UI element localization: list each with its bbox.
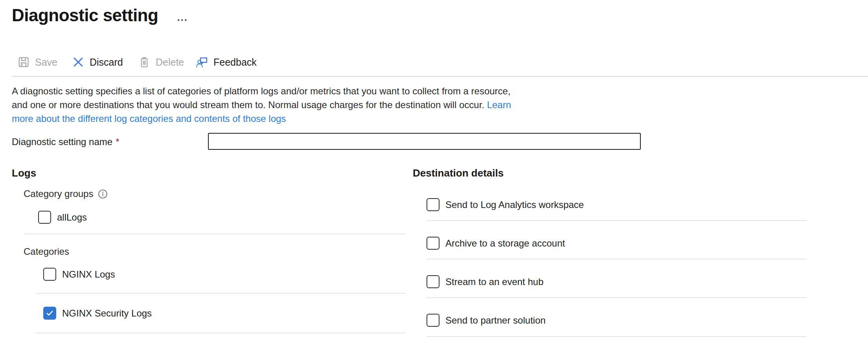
delete-button[interactable]: Delete <box>138 53 184 71</box>
archive-storage-checkbox[interactable] <box>427 237 440 250</box>
feedback-icon <box>196 56 208 68</box>
alllogs-row[interactable]: allLogs <box>38 211 87 224</box>
required-asterisk: * <box>116 136 119 147</box>
save-icon <box>17 56 30 68</box>
nginx-security-logs-label: NGINX Security Logs <box>62 308 152 319</box>
logs-divider <box>24 234 406 234</box>
categories-divider-1 <box>36 293 406 294</box>
send-partner-solution-label: Send to partner solution <box>445 315 546 326</box>
destination-divider-4 <box>427 336 807 337</box>
discard-button[interactable]: Discard <box>72 53 123 71</box>
nginx-security-logs-checkbox[interactable] <box>43 307 56 320</box>
destination-divider-3 <box>427 297 807 298</box>
destination-divider-2 <box>427 259 807 259</box>
categories-divider-2 <box>36 333 406 333</box>
learn-more-link-continued[interactable]: more about the different log categories … <box>12 113 286 124</box>
stream-event-hub-checkbox[interactable] <box>427 275 440 288</box>
category-groups-label: Category groups <box>24 188 93 199</box>
destination-divider-1 <box>427 220 807 221</box>
archive-storage-row[interactable]: Archive to a storage account <box>427 237 565 250</box>
title-row: Diagnostic setting ... <box>12 4 188 27</box>
feedback-label: Feedback <box>213 57 257 68</box>
alllogs-label: allLogs <box>57 212 87 223</box>
toolbar-divider <box>12 76 868 77</box>
send-partner-solution-row[interactable]: Send to partner solution <box>427 314 546 327</box>
trash-icon <box>138 56 151 68</box>
send-partner-solution-checkbox[interactable] <box>427 314 440 327</box>
name-label: Diagnostic setting name <box>12 136 112 147</box>
save-button[interactable]: Save <box>17 53 57 71</box>
info-icon[interactable] <box>98 189 108 199</box>
page-title: Diagnostic setting <box>12 4 158 27</box>
nginx-logs-checkbox[interactable] <box>43 268 56 281</box>
stream-event-hub-label: Stream to an event hub <box>445 276 544 287</box>
learn-more-link[interactable]: Learn <box>487 99 511 110</box>
description-line-1: A diagnostic setting specifies a list of… <box>12 84 511 98</box>
discard-label: Discard <box>90 57 123 68</box>
categories-label: Categories <box>24 246 69 257</box>
alllogs-checkbox[interactable] <box>38 211 51 224</box>
diagnostic-setting-name-input[interactable] <box>208 133 641 150</box>
destination-details-heading: Destination details <box>413 167 504 179</box>
nginx-logs-label: NGINX Logs <box>62 269 115 280</box>
send-to-log-analytics-row[interactable]: Send to Log Analytics workspace <box>427 198 584 211</box>
description-text: A diagnostic setting specifies a list of… <box>12 84 511 125</box>
discard-x-icon <box>72 56 85 68</box>
send-to-log-analytics-checkbox[interactable] <box>427 198 440 211</box>
stream-event-hub-row[interactable]: Stream to an event hub <box>427 275 544 288</box>
description-line-2: and one or more destinations that you wo… <box>12 98 511 112</box>
diagnostic-setting-page: Diagnostic setting ... Save Discard <box>0 0 868 357</box>
save-label: Save <box>35 57 57 68</box>
logs-heading: Logs <box>12 167 36 179</box>
send-to-log-analytics-label: Send to Log Analytics workspace <box>445 199 584 210</box>
more-actions-icon[interactable]: ... <box>177 13 188 21</box>
archive-storage-label: Archive to a storage account <box>445 238 565 249</box>
name-label-row: Diagnostic setting name * <box>12 136 119 147</box>
category-groups-row: Category groups <box>24 188 108 199</box>
feedback-button[interactable]: Feedback <box>196 53 257 71</box>
description-line-3: more about the different log categories … <box>12 112 511 125</box>
nginx-logs-row[interactable]: NGINX Logs <box>43 268 115 281</box>
delete-label: Delete <box>156 57 184 68</box>
nginx-security-logs-row[interactable]: NGINX Security Logs <box>43 307 152 320</box>
